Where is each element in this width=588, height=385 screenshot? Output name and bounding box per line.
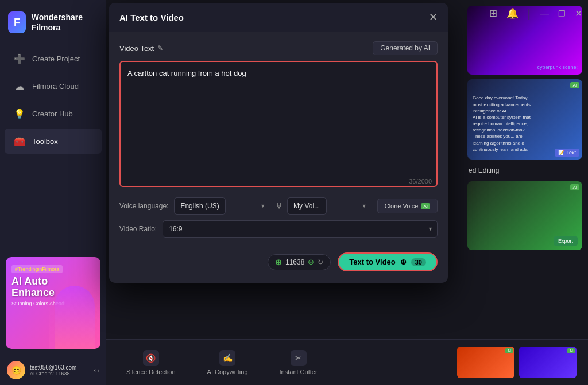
text-area-wrapper: 36/2000: [119, 61, 438, 189]
user-credits: AI Credits: 11638: [30, 371, 90, 376]
edit-icon[interactable]: ✎: [157, 44, 163, 52]
create-project-icon: ➕: [14, 53, 25, 64]
btn-cost-value: 30: [411, 258, 426, 266]
dialog-title: AI Text to Video: [119, 13, 184, 22]
video-text-input[interactable]: [119, 61, 438, 187]
refresh-icon[interactable]: ↻: [318, 258, 323, 266]
cards-sidebar: cyberpunk scene: AI Good day everyone! T…: [462, 0, 588, 344]
dialog-body: Video Text ✎ Generated by AI 36/2000 Voi…: [109, 32, 448, 283]
grid-icon[interactable]: ⊞: [489, 7, 497, 20]
sidebar-item-toolbox[interactable]: 🧰 Toolbox: [5, 129, 102, 154]
sidebar-item-label: Create Project: [32, 55, 80, 63]
notification-icon[interactable]: 🔔: [506, 7, 519, 20]
creator-hub-icon: 💡: [14, 108, 25, 119]
promo-banner: #TrendinginFilmora AI AutoEnhance Stunni…: [6, 257, 100, 349]
sidebar: F Wondershare Filmora ➕ Create Project ☁…: [0, 0, 106, 385]
field-label-row: Video Text ✎ Generated by AI: [119, 41, 438, 55]
credits-plus-icon[interactable]: ⊕: [275, 258, 282, 267]
card-ai-text[interactable]: AI Good day everyone! Today,most excitin…: [467, 79, 582, 160]
user-details: test056@163.com AI Credits: 11638: [30, 364, 90, 376]
bottom-card-1[interactable]: AI: [457, 347, 514, 378]
app-title: Wondershare Filmora: [32, 12, 98, 33]
btn-cost-icon: ⊕: [400, 258, 407, 266]
bottom-mini-cards: AI AI: [457, 347, 577, 378]
toolbox-icon: 🧰: [14, 135, 25, 147]
user-expand-icon[interactable]: ‹ ›: [94, 367, 99, 374]
filmora-cloud-icon: ☁: [14, 80, 25, 92]
separator: |: [528, 7, 531, 20]
voice-language-label: Voice language:: [119, 202, 168, 210]
maximize-button[interactable]: ❐: [558, 9, 566, 18]
char-count: 36/2000: [409, 178, 432, 185]
voice-language-select[interactable]: English (US): [174, 197, 226, 215]
video-ratio-label: Video Ratio:: [119, 225, 157, 233]
sidebar-item-label: Creator Hub: [32, 110, 73, 118]
close-button[interactable]: ✕: [575, 8, 582, 19]
dialog-bottom-actions: ⊕ 11638 ⊕ ↻ Text to Video ⊕ 30: [119, 247, 438, 274]
card-ai-badge: AI: [570, 82, 579, 88]
app-logo: F Wondershare Filmora: [0, 6, 106, 45]
text-to-video-button[interactable]: Text to Video ⊕ 30: [338, 252, 438, 271]
dialog-overlay: AI Text to Video ✕ Video Text ✎ Generate…: [106, 0, 451, 385]
promo-person-image: [49, 274, 100, 349]
user-email: test056@163.com: [30, 364, 90, 371]
generated-by-ai-button[interactable]: Generated by AI: [373, 41, 438, 55]
user-avatar: 😊: [7, 361, 25, 379]
voice-language-select-wrapper: English (US): [174, 197, 270, 215]
sidebar-item-label: Filmora Cloud: [32, 82, 79, 91]
sidebar-item-label: Toolbox: [32, 137, 58, 146]
sidebar-item-create-project[interactable]: ➕ Create Project: [5, 46, 102, 71]
bottom-card-2[interactable]: AI: [519, 347, 577, 378]
clone-voice-ai-badge: AI: [421, 203, 430, 209]
credits-add-icon[interactable]: ⊕: [308, 258, 314, 266]
mic-voice-wrapper: 🎙 My Voi...: [276, 197, 372, 215]
ai-text-to-video-dialog: AI Text to Video ✕ Video Text ✎ Generate…: [109, 3, 448, 283]
editing-label: ed Editing: [467, 164, 582, 177]
card-text-badge: 📝Text: [555, 149, 579, 157]
credits-value: 11638: [285, 258, 304, 266]
bc1-ai-badge: AI: [505, 348, 513, 353]
sidebar-item-filmora-cloud[interactable]: ☁ Filmora Cloud: [5, 73, 102, 99]
promo-tag: #TrendinginFilmora: [11, 265, 63, 273]
dialog-header: AI Text to Video ✕: [109, 3, 448, 32]
card-text-content: Good day everyone! Today,most exciting a…: [470, 92, 533, 155]
video-ratio-row: Video Ratio: 16:9 9:16 1:1: [119, 220, 438, 238]
user-info-bar[interactable]: 😊 test056@163.com AI Credits: 11638 ‹ ›: [0, 355, 106, 385]
card-cyberpunk-label: cyberpunk scene:: [537, 64, 578, 70]
ratio-select-wrapper: 16:9 9:16 1:1: [163, 220, 438, 238]
clone-voice-button[interactable]: Clone Voice AI: [377, 199, 438, 213]
microphone-icon: 🎙: [276, 201, 284, 211]
voice-language-row: Voice language: English (US) 🎙 My Voi...: [119, 197, 438, 215]
video-ratio-select[interactable]: 16:9 9:16 1:1: [163, 220, 438, 238]
window-controls: ⊞ 🔔 | — ❐ ✕: [489, 7, 582, 20]
credits-counter: ⊕ 11638 ⊕ ↻: [268, 254, 331, 270]
card-ai-badge-2: AI: [570, 184, 579, 190]
card-editing[interactable]: AI Export: [467, 181, 582, 250]
bc2-ai-badge: AI: [567, 348, 575, 353]
logo-icon: F: [8, 11, 26, 33]
minimize-button[interactable]: —: [540, 9, 549, 19]
video-text-label: Video Text ✎: [119, 44, 163, 53]
export-button[interactable]: Export: [554, 236, 578, 246]
dialog-close-button[interactable]: ✕: [429, 11, 438, 24]
sidebar-item-creator-hub[interactable]: 💡 Creator Hub: [5, 101, 102, 126]
voice-select[interactable]: My Voi...: [287, 197, 327, 215]
voice-select-wrapper: My Voi...: [287, 197, 372, 215]
